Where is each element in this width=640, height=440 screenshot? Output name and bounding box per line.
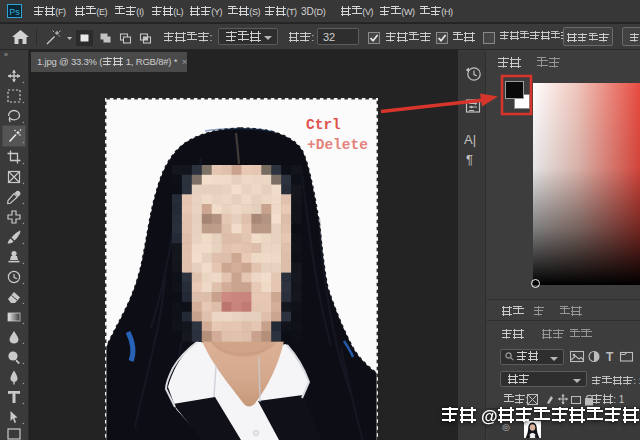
svg-text:»: »: [4, 51, 8, 58]
svg-text:Ps: Ps: [9, 7, 20, 17]
svg-text:T: T: [606, 350, 614, 364]
svg-text:+Delete: +Delete: [307, 137, 368, 153]
svg-text:Ctrl: Ctrl: [306, 117, 341, 133]
svg-text:A|: A|: [464, 132, 476, 147]
svg-text:¶: ¶: [466, 152, 473, 167]
